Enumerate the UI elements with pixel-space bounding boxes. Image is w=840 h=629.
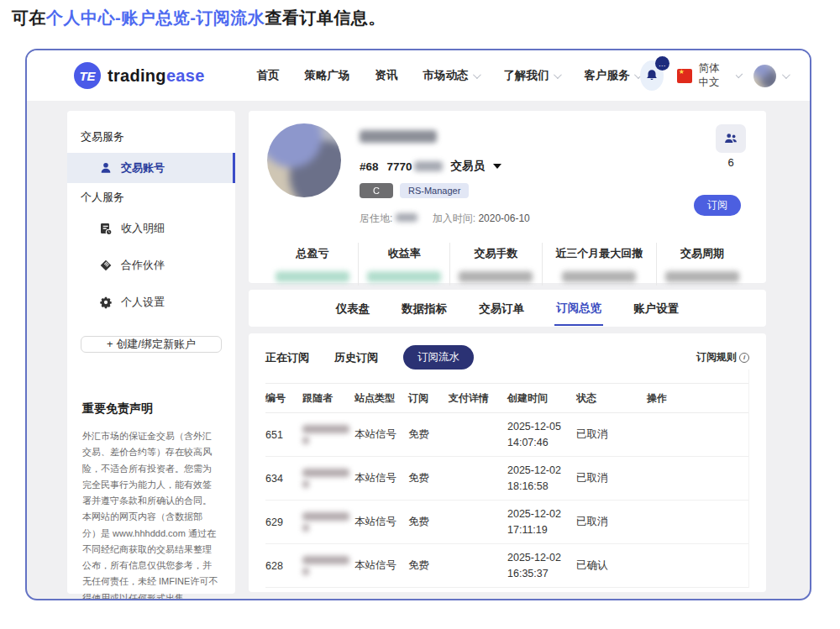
- disclaimer-title: 重要免责声明: [82, 401, 220, 417]
- sidebar-item-label: 个人设置: [121, 295, 165, 310]
- chevron-down-icon: [473, 71, 481, 79]
- trader-avatar: [267, 123, 341, 197]
- notifications-button[interactable]: …: [640, 60, 664, 91]
- tab-data-metrics[interactable]: 数据指标: [400, 291, 449, 325]
- language-selector[interactable]: 简体中文: [677, 61, 740, 90]
- sidebar-item-trading-account[interactable]: 交易账号: [67, 153, 235, 183]
- chevron-down-icon: [735, 71, 743, 78]
- gear-icon: [99, 296, 113, 309]
- table-row[interactable]: 628 本站信号 免费 2025-12-0216:35:37 已确认: [265, 544, 748, 588]
- redacted-stat-value: [562, 271, 636, 282]
- brand-logo[interactable]: TE tradingease: [74, 62, 205, 89]
- cell-status: 已取消: [576, 427, 647, 442]
- redacted-follower: [302, 480, 309, 488]
- sidebar: 交易服务 交易账号 个人服务 收入明细 合作伙伴 个人设置 + 创建/绑定新账户…: [67, 111, 235, 594]
- join-label: 加入时间:: [433, 212, 475, 224]
- nav-strategy-plaza[interactable]: 策略广场: [305, 68, 350, 83]
- cell-id: 629: [265, 516, 302, 528]
- tab-trade-orders[interactable]: 交易订单: [477, 291, 526, 325]
- stat-label: 近三个月最大回撤: [555, 246, 643, 261]
- role-dropdown-icon[interactable]: [493, 164, 501, 169]
- stat-total-pnl: 总盈亏: [267, 243, 358, 286]
- subtab-subscription-flow[interactable]: 订阅流水: [403, 345, 474, 370]
- sidebar-item-income[interactable]: 收入明细: [67, 213, 235, 244]
- top-navbar: TE tradingease 首页 策略广场 资讯 市场动态 了解我们 客户服务…: [27, 50, 810, 101]
- sidebar-section-trading: 交易服务: [67, 129, 235, 144]
- link-account-overview[interactable]: 账户总览: [121, 8, 190, 27]
- tab-dashboard[interactable]: 仪表盘: [334, 291, 372, 325]
- cell-follower-redacted: [302, 512, 354, 532]
- page-body: 交易服务 交易账号 个人服务 收入明细 合作伙伴 个人设置 + 创建/绑定新账户…: [27, 101, 810, 600]
- nav-news[interactable]: 资讯: [375, 68, 398, 83]
- redacted-follower: [302, 556, 349, 564]
- redacted-account-digits: [414, 161, 443, 171]
- stat-label: 交易手数: [474, 246, 517, 261]
- redacted-avatar: [753, 65, 776, 87]
- cell-status: 已取消: [576, 471, 647, 485]
- bell-icon: [644, 68, 659, 83]
- followers-button[interactable]: [716, 124, 746, 153]
- user-menu[interactable]: [753, 65, 788, 87]
- redacted-stat-value: [276, 271, 349, 282]
- created-date: 2025-12-02: [507, 552, 561, 563]
- join-date: 2020-06-10: [478, 212, 529, 224]
- nav-about-us[interactable]: 了解我们: [504, 68, 559, 83]
- table-header-row: 编号 跟随者 站点类型 订阅 支付详情 创建时间 状态 操作: [265, 383, 748, 413]
- cell-follower-redacted: [302, 469, 354, 488]
- redacted-stat-value: [665, 271, 739, 282]
- subtab-bar: 正在订阅 历史订阅 订阅流水 订阅规则: [265, 345, 749, 370]
- nav-home[interactable]: 首页: [257, 68, 280, 83]
- join-time: 加入时间: 2020-06-10: [433, 212, 530, 226]
- avatar: [753, 65, 776, 87]
- main-content: #68 7770 交易员 C RS-Manager 居住地: 加入: [249, 111, 766, 592]
- subscribe-button[interactable]: 订阅: [694, 195, 741, 216]
- nav-home-label: 首页: [257, 68, 280, 83]
- col-created: 创建时间: [507, 391, 576, 406]
- created-time: 17:11:19: [507, 524, 548, 536]
- col-subscription: 订阅: [408, 391, 449, 406]
- tab-subscription-overview[interactable]: 订阅总览: [554, 291, 603, 326]
- cell-created: 2025-12-0217:11:19: [507, 506, 576, 538]
- cell-created: 2025-12-0216:35:37: [507, 550, 576, 582]
- create-bind-account-button[interactable]: + 创建/绑定新账户: [81, 336, 222, 353]
- table-row[interactable]: 629 本站信号 免费 2025-12-0217:11:19 已取消: [265, 501, 748, 544]
- sidebar-item-partner[interactable]: 合作伙伴: [67, 250, 235, 280]
- cell-id: 628: [265, 560, 302, 572]
- table-row[interactable]: 634 本站信号 免费 2025-12-0218:16:58 已取消: [265, 457, 748, 501]
- info-icon: [739, 353, 749, 363]
- subtab-history-subscriptions[interactable]: 历史订阅: [334, 350, 378, 365]
- disclaimer-body: 外汇市场的保证金交易（含外汇交易、差价合约等）存在较高风险，不适合所有投资者。您…: [82, 428, 220, 600]
- instruction-prefix: 可在: [12, 8, 46, 27]
- redacted-follower: [302, 437, 309, 444]
- sidebar-item-settings[interactable]: 个人设置: [67, 287, 235, 317]
- partner-icon: [99, 259, 113, 272]
- cell-site-type: 本站信号: [354, 427, 408, 442]
- col-status: 状态: [576, 391, 647, 406]
- subscription-rules-link[interactable]: 订阅规则: [696, 350, 749, 364]
- cell-created: 2025-12-0514:07:46: [507, 419, 576, 451]
- col-site-type: 站点类型: [354, 391, 408, 406]
- link-personal-center[interactable]: 个人中心: [46, 8, 115, 27]
- table-row[interactable]: 651 本站信号 免费 2025-12-0514:07:46 已取消: [265, 413, 748, 457]
- chevron-down-icon: [554, 71, 562, 79]
- logo-icon: TE: [74, 62, 101, 89]
- col-follower: 跟随者: [302, 391, 354, 406]
- tab-account-settings[interactable]: 账户设置: [632, 291, 680, 325]
- col-id: 编号: [265, 391, 302, 406]
- redacted-stat-value: [459, 271, 533, 282]
- created-time: 16:35:37: [507, 568, 549, 579]
- cell-subscription: 免费: [408, 515, 449, 529]
- orders-table: 编号 跟随者 站点类型 订阅 支付详情 创建时间 状态 操作 651 本站信号 …: [265, 370, 749, 588]
- nav-customer-service[interactable]: 客户服务: [585, 68, 640, 83]
- trader-id-prefix: #68: [360, 160, 379, 173]
- cell-subscription: 免费: [408, 471, 449, 485]
- instruction-suffix: 查看订单信息。: [265, 8, 386, 27]
- link-subscription-flow[interactable]: 订阅流水: [196, 8, 265, 27]
- nav-market-trends[interactable]: 市场动态: [423, 68, 479, 83]
- created-time: 18:16:58: [507, 480, 549, 492]
- subscription-panel: 正在订阅 历史订阅 订阅流水 订阅规则 编号 跟随者 站点类型 订阅 支付详情 …: [249, 333, 766, 592]
- subtab-active-subscriptions[interactable]: 正在订阅: [265, 350, 309, 365]
- trader-account-number: 7770: [387, 160, 412, 173]
- rules-label: 订阅规则: [696, 350, 737, 364]
- person-icon: [99, 161, 113, 175]
